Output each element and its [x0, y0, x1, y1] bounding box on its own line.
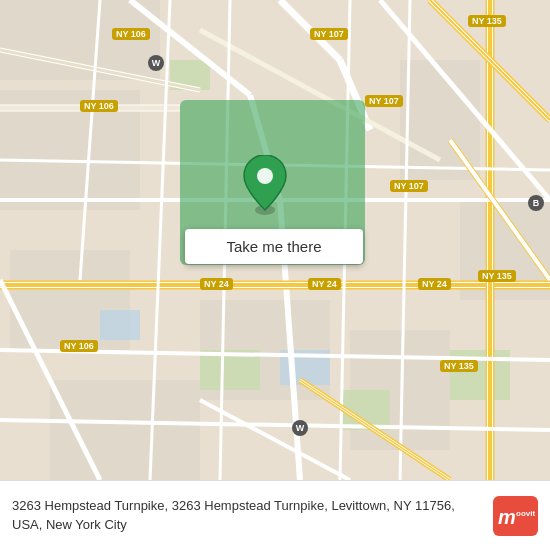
- road-badge-ny107_right: NY 107: [390, 180, 428, 192]
- road-badge-ny107_top_center: NY 107: [310, 28, 348, 40]
- road-badge-ny106_lower: NY 106: [60, 340, 98, 352]
- road-badge-ny24_center: NY 24: [308, 278, 341, 290]
- road-badge-ny107_mid: NY 107: [365, 95, 403, 107]
- svg-text:m: m: [498, 506, 516, 528]
- map-container: Take me there NY 106NY 107NY 135NY 106NY…: [0, 0, 550, 480]
- svg-point-52: [257, 168, 273, 184]
- road-badge-ny106_top_left: NY 106: [112, 28, 150, 40]
- road-badge-ny24_right: NY 24: [418, 278, 451, 290]
- take-me-there-button[interactable]: Take me there: [185, 229, 363, 264]
- road-badge-b_right: B: [528, 195, 544, 211]
- road-badge-ny135_lower: NY 135: [440, 360, 478, 372]
- road-badge-ny135_top_right: NY 135: [468, 15, 506, 27]
- address-text: 3263 Hempstead Turnpike, 3263 Hempstead …: [12, 497, 483, 533]
- road-badge-w_top: W: [148, 55, 164, 71]
- moovit-logo: m oovit: [493, 496, 538, 536]
- road-badge-ny135_mid: NY 135: [478, 270, 516, 282]
- svg-rect-14: [100, 310, 140, 340]
- svg-text:oovit: oovit: [516, 509, 535, 518]
- road-badge-ny24_left: NY 24: [200, 278, 233, 290]
- info-panel: 3263 Hempstead Turnpike, 3263 Hempstead …: [0, 480, 550, 550]
- road-badge-ny106_mid_left: NY 106: [80, 100, 118, 112]
- road-badge-w_bottom: W: [292, 420, 308, 436]
- map-pin: [240, 155, 290, 215]
